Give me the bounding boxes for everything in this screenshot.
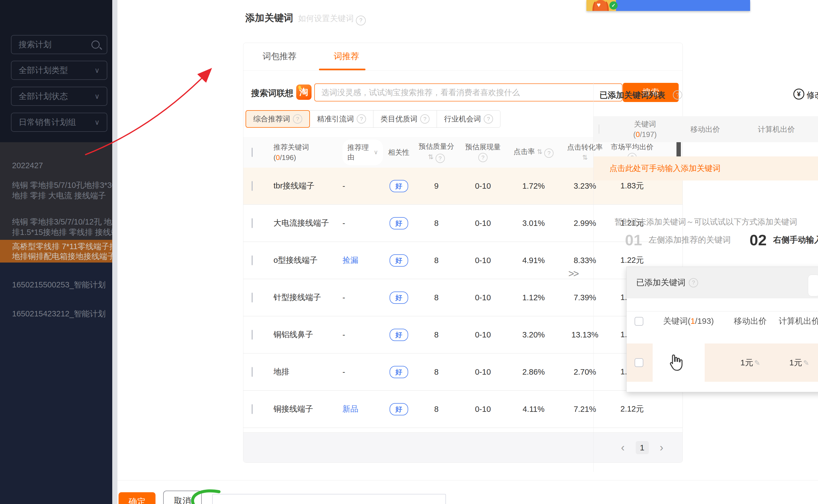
tab-word-recommend[interactable]: 词推荐 [334,51,359,62]
yuan-icon: ¥ [793,89,804,100]
row-checkbox[interactable] [252,218,253,228]
column-pc-bid: 计算机出价 [738,124,815,134]
plan-status-value: 全部计划状态 [19,91,94,102]
manual-add-link[interactable]: 点击此处可手动输入添加关键词 [609,163,721,174]
sidebar-item-plan-active[interactable]: 高桥型零线排 7*11零线端子排 地排铜排配电箱接地接线端子 [0,240,112,263]
relevance-badge: 好 [390,403,408,415]
chevron-down-icon: ∨ [94,118,100,127]
chevron-down-icon: ∨ [94,92,100,101]
question-icon: ? [420,114,430,124]
column-impressions: 预估展现量 ? [458,142,507,162]
chip-comprehensive[interactable]: 综合推荐词 ? [246,110,310,128]
dimmed-page-strip [112,0,117,504]
sidebar-item-plan[interactable]: 2022427 [12,160,112,171]
popup-table-header: 关键词(1/193) 移动出价 计算机出价 [627,316,818,327]
question-icon: ? [436,154,445,163]
chip-industry-opportunity[interactable]: 行业机会词 ? [437,110,500,128]
search-icon [91,40,100,49]
sidebar: 搜索计划 全部计划类型 ∨ 全部计划状态 ∨ 日常销售计划组 ∨ 2022427… [0,0,112,504]
plan-search-placeholder: 搜索计划 [19,39,91,50]
manual-add-band: 点击此处可手动输入添加关键词 [593,156,818,180]
reason-filter-dropdown[interactable]: 推荐理由 ∨ [343,139,383,165]
plan-list-top: 2022427 纯铜 零地排5/7/10孔地排3*30排 地排 零排 大电流 接… [0,142,112,241]
row-checkbox[interactable] [252,255,253,265]
column-keyword: 推荐关键词 (0/196) [274,143,337,162]
sidebar-item-plan[interactable]: 纯铜 零地排5/7/10孔地排3*30排 地排 零排 大电流 接线端子 [12,180,112,201]
added-keywords-panel: 已添加关键词列表 ? ¥ 修改 关键词 (0/197) 移动出价 计算机出价 点… [593,82,818,472]
plan-status-select[interactable]: 全部计划状态 ∨ [11,87,107,106]
step-2: 02 右侧手动输入 [750,231,818,249]
check-badge-icon: ✓ [609,1,618,10]
relevance-badge: 好 [390,180,408,192]
edit-pencil-icon: ✎ [803,359,809,367]
question-icon: ? [478,153,488,162]
tutorial-popup-image: 已添加关键词 ? 关键词(1/193) 移动出价 计算机出价 1元✎ 1元✎ [627,267,818,392]
select-all-checkbox[interactable] [252,148,253,157]
column-relevance: 相关性 [383,148,414,157]
edit-pencil-icon: ✎ [754,359,760,367]
plan-group-select[interactable]: 日常销售计划组 ∨ [11,113,107,132]
step-1: 01 左侧添加推荐的关键词 [625,231,731,249]
mascot-tile[interactable]: ♥ ✓ [586,0,616,11]
row-checkbox[interactable] [252,330,253,340]
added-table-header: 关键词 (0/197) 移动出价 计算机出价 [593,116,818,142]
modify-bid-button[interactable]: 修改 [807,90,818,101]
active-tab-underline [319,69,366,70]
relevance-badge: 好 [390,292,408,304]
sidebar-item-plan[interactable]: 1650215500253_智能计划 [12,279,112,290]
relevance-badge: 好 [390,329,408,341]
chevron-down-icon: ∨ [374,149,378,156]
tab-word-package[interactable]: 词包推荐 [263,51,297,62]
keyword-search-input[interactable] [314,83,623,101]
reason-link[interactable]: 捡漏 [337,255,383,266]
help-link[interactable]: 如何设置关键词 ? [298,13,366,25]
row-checkbox[interactable] [252,367,253,377]
column-ctr: 点击率 ⇅ ? [507,147,559,158]
sidebar-item-plan[interactable]: 1650215423212_智能计划 [12,308,112,319]
search-association-label: 搜索词联想 [251,88,294,99]
question-icon: ? [484,114,493,124]
question-icon: ? [357,114,366,124]
chevron-down-icon: ∨ [94,66,100,75]
row-checkbox[interactable] [252,293,253,302]
relevance-badge: 好 [390,366,408,378]
question-icon: ? [293,114,302,124]
overlay-blue-bar[interactable] [616,0,750,11]
added-list-title: 已添加关键词列表 [599,90,665,101]
plan-search-input[interactable]: 搜索计划 [11,35,107,54]
relevance-badge: 好 [390,254,408,267]
tab-bar: 词包推荐 词推荐 [244,43,683,71]
reason-link[interactable]: 新品 [337,404,383,415]
chip-group: 综合推荐词 ? 精准引流词 ? 类目优质词 ? 行业机会词 ? [246,110,500,128]
select-all-checkbox-disabled [598,124,599,134]
popup-scroll-thumb [808,275,818,296]
question-icon: ? [356,16,366,25]
confirm-button[interactable]: 确定 [118,492,155,504]
bottom-tooltip-box [212,494,446,504]
column-keyword: 关键词 (0/197) [618,120,672,139]
cancel-button[interactable]: 取消 [163,491,202,504]
column-mobile-bid: 移动出价 [672,124,738,134]
expand-panel-control[interactable]: >> [568,268,578,279]
plan-list-bottom: 1650215500253_智能计划 1650215423212_智能计划 [0,263,112,504]
sort-icon[interactable]: ⇅ [582,153,587,162]
column-quality-score: 预估质量分 ⇅ ? [414,142,458,163]
row-checkbox[interactable] [252,404,253,414]
question-icon: ? [673,90,682,100]
hand-cursor-icon [668,354,685,372]
heart-icon: ♥ [597,1,600,9]
extension-overlay-bar: ♥ ✓ [586,0,750,11]
sidebar-item-plan[interactable]: 纯铜 零地排3/5/7/10/12孔 地线 排1.5*15接地排 零线排 接线端… [12,217,112,237]
plan-type-select[interactable]: 全部计划类型 ∨ [11,61,107,80]
taobao-icon: 淘 [296,85,312,100]
checkbox [635,358,643,367]
chip-precise-traffic[interactable]: 精准引流词 ? [310,110,373,128]
popup-header: 已添加关键词 ? [627,267,818,298]
plan-group-value: 日常销售计划组 [19,117,94,128]
relevance-badge: 好 [390,217,408,229]
row-checkbox[interactable] [252,181,253,191]
screen: 搜索计划 全部计划类型 ∨ 全部计划状态 ∨ 日常销售计划组 ∨ 2022427… [0,0,818,504]
sort-icon[interactable]: ⇅ [537,148,542,155]
sort-icon[interactable]: ⇅ [428,153,433,161]
chip-category-quality[interactable]: 类目优质词 ? [373,110,437,128]
